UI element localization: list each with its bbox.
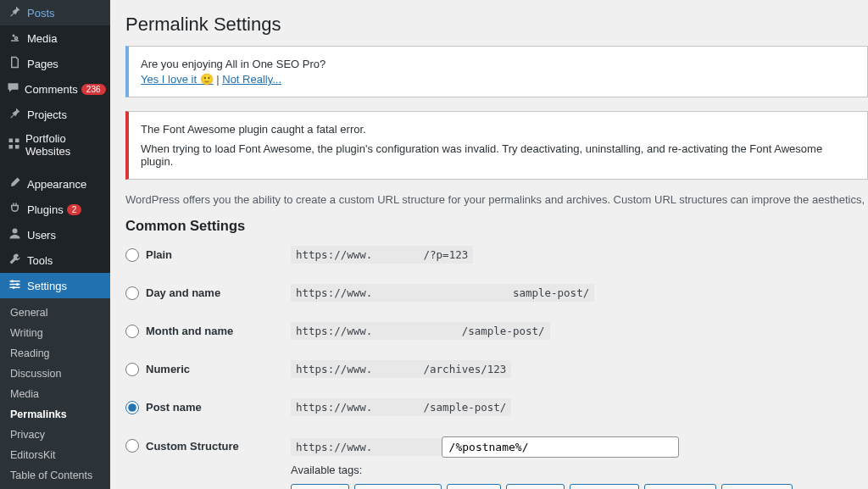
tag-hour[interactable]: %hour% <box>506 484 565 489</box>
pin-icon <box>7 107 22 122</box>
permalink-option-plain: Plainhttps://www. /?p=123 <box>125 246 868 264</box>
svg-point-1 <box>14 37 17 40</box>
option-label-text: Custom Structure <box>146 440 239 453</box>
settings-submenu: GeneralWritingReadingDiscussionMediaPerm… <box>0 298 110 489</box>
sidebar-item-label: Comments <box>25 83 78 96</box>
svg-rect-2 <box>8 139 13 143</box>
radio-label[interactable]: Day and name <box>125 286 291 300</box>
tag-monthnum[interactable]: %monthnum% <box>354 484 442 489</box>
sidebar-item-appearance[interactable]: Appearance <box>0 171 110 197</box>
sidebar-item-label: Users <box>27 229 56 242</box>
submenu-item-table-of-contents[interactable]: Table of Contents <box>0 465 110 486</box>
submenu-item-privacy[interactable]: Privacy <box>0 425 110 445</box>
radio-custom[interactable] <box>125 439 139 453</box>
count-badge: 2 <box>67 204 82 215</box>
submenu-item-general[interactable]: General <box>0 303 110 323</box>
error-line-2: When trying to load Font Awesome, the pl… <box>141 142 855 168</box>
example-url: https://www. /sample-post/ <box>291 322 550 340</box>
seo-notice-yes-link[interactable]: Yes I love it 🙂 <box>141 73 214 86</box>
option-label-text: Day and name <box>146 286 220 299</box>
svg-point-6 <box>12 229 17 234</box>
submenu-item-editorskit[interactable]: EditorsKit <box>0 445 110 465</box>
error-line-1: The Font Awesome plugin caught a fatal e… <box>141 123 855 136</box>
sidebar-item-label: Tools <box>27 254 53 267</box>
tag-second[interactable]: %second% <box>644 484 716 489</box>
radio-month_name[interactable] <box>125 325 139 338</box>
option-label-text: Plain <box>146 248 172 261</box>
radio-label[interactable]: Month and name <box>125 325 291 338</box>
sidebar-item-plugins[interactable]: Plugins2 <box>0 197 110 222</box>
submenu-item-permalinks[interactable]: Permalinks <box>0 404 110 425</box>
sidebar-item-media[interactable]: Media <box>0 25 110 51</box>
common-settings-heading: Common Settings <box>125 218 868 234</box>
tag-day[interactable]: %day% <box>447 484 501 489</box>
sidebar-item-label: Pages <box>27 58 58 70</box>
submenu-item-tawk.to[interactable]: Tawk.to <box>0 486 110 489</box>
sliders-icon <box>7 278 22 293</box>
tag-minute[interactable]: %minute% <box>570 484 639 489</box>
active-arrow-icon <box>110 279 117 292</box>
user-icon <box>7 227 22 242</box>
submenu-item-writing[interactable]: Writing <box>0 323 110 343</box>
available-tags: %year%%monthnum%%day%%hour%%minute%%seco… <box>291 484 868 489</box>
sidebar-item-label: Plugins <box>27 203 64 216</box>
sidebar-item-users[interactable]: Users <box>0 222 110 247</box>
sidebar-item-label: Projects <box>27 108 67 121</box>
submenu-item-reading[interactable]: Reading <box>0 343 110 364</box>
radio-label[interactable]: Plain <box>125 248 291 262</box>
sidebar-item-label: Settings <box>27 280 67 292</box>
example-url: https://www. sample-post/ <box>291 284 594 302</box>
available-tags-label: Available tags: <box>291 464 868 476</box>
radio-numeric[interactable] <box>125 363 139 376</box>
sidebar-item-label: Appearance <box>27 178 86 191</box>
svg-rect-3 <box>15 139 19 143</box>
example-url: https://www. /archives/123 <box>291 360 511 378</box>
radio-label[interactable]: Post name <box>125 401 291 414</box>
seo-notice-no-link[interactable]: Not Really... <box>222 73 281 86</box>
radio-day_name[interactable] <box>125 286 139 300</box>
page-title: Permalink Settings <box>125 14 868 36</box>
sidebar-item-label: Media <box>27 32 57 45</box>
radio-label[interactable]: Custom Structure <box>125 439 291 453</box>
fontawesome-error-notice: The Font Awesome plugin caught a fatal e… <box>125 111 868 180</box>
tag-post_id[interactable]: %post_id% <box>721 484 793 489</box>
sidebar-item-tools[interactable]: Tools <box>0 247 110 273</box>
main-content: Permalink Settings Are you enjoying All … <box>110 0 868 489</box>
svg-rect-5 <box>15 145 19 149</box>
comment-icon <box>7 81 19 97</box>
permalink-option-month-name: Month and namehttps://www. /sample-post/ <box>125 322 868 340</box>
sidebar-item-label: Portfolio Websites <box>25 132 104 158</box>
option-label-text: Month and name <box>146 325 233 337</box>
sidebar-item-comments[interactable]: Comments236 <box>0 76 110 102</box>
permalink-option-day-name: Day and namehttps://www. sample-post/ <box>125 284 868 302</box>
permalink-option-numeric: Numerichttps://www. /archives/123 <box>125 360 868 378</box>
sidebar-item-posts[interactable]: Posts <box>0 0 110 25</box>
example-url: https://www. /?p=123 <box>291 246 473 264</box>
tag-year[interactable]: %year% <box>291 484 349 489</box>
page-icon <box>7 56 22 71</box>
plug-icon <box>7 202 22 217</box>
sidebar-item-projects[interactable]: Projects <box>0 102 110 127</box>
radio-plain[interactable] <box>125 248 139 262</box>
option-label-text: Post name <box>146 401 202 414</box>
submenu-item-media[interactable]: Media <box>0 384 110 404</box>
custom-structure-input[interactable] <box>442 436 679 458</box>
radio-post_name[interactable] <box>125 401 139 414</box>
admin-sidebar: PostsMediaPagesComments236ProjectsPortfo… <box>0 0 110 489</box>
sidebar-item-settings[interactable]: Settings <box>0 273 110 298</box>
radio-label[interactable]: Numeric <box>125 363 291 376</box>
pin-icon <box>7 5 22 20</box>
svg-point-0 <box>12 35 14 37</box>
custom-base-url: https://www. <box>291 438 442 456</box>
sidebar-item-label: Posts <box>27 7 55 19</box>
seo-notice-question: Are you enjoying All in One SEO Pro? <box>141 58 855 70</box>
media-icon <box>7 31 22 46</box>
count-badge: 236 <box>81 84 106 95</box>
seo-notice: Are you enjoying All in One SEO Pro? Yes… <box>125 46 868 97</box>
submenu-item-discussion[interactable]: Discussion <box>0 364 110 384</box>
sidebar-item-portfolio-websites[interactable]: Portfolio Websites <box>0 127 110 163</box>
permalink-option-post-name: Post namehttps://www. /sample-post/ <box>125 398 868 416</box>
sidebar-item-pages[interactable]: Pages <box>0 51 110 76</box>
option-label-text: Numeric <box>146 363 190 375</box>
brush-icon <box>7 176 22 192</box>
